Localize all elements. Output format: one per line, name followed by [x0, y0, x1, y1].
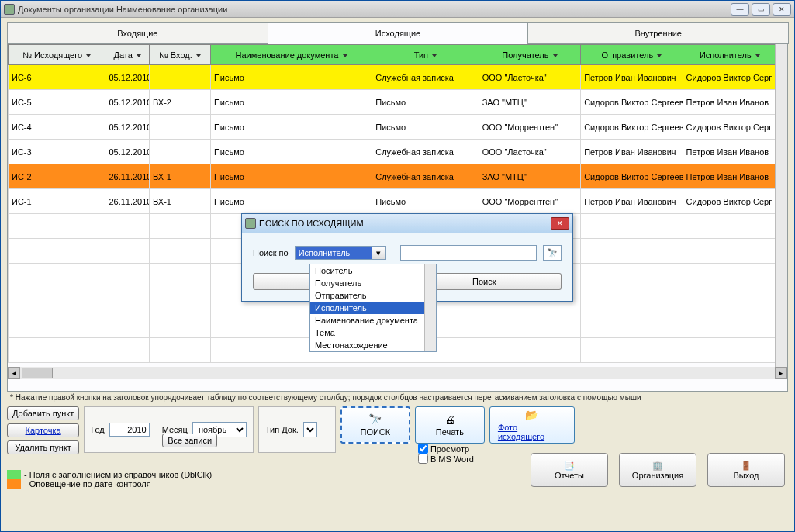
tab-2[interactable]: Внутренние [527, 22, 789, 44]
table-cell: Письмо [372, 189, 479, 214]
table-cell: Петров Иван Иванович [581, 140, 683, 164]
search-button[interactable]: 🔭 ПОИСК [340, 406, 410, 444]
col-header-7[interactable]: Исполнитель [683, 45, 776, 65]
table-cell [683, 313, 776, 338]
table-cell: 26.11.2010 [105, 164, 150, 189]
table-cell: Сидоров Виктор Серг [683, 189, 776, 214]
scroll-thumb[interactable] [22, 368, 53, 378]
table-row[interactable]: ИС-126.11.2010ВХ-1ПисьмоПисьмоООО "Морре… [9, 189, 777, 214]
green-swatch [7, 470, 21, 479]
table-cell: 05.12.2010 [105, 115, 150, 140]
table-cell: ВХ-2 [150, 90, 211, 115]
doctype-box: Тип Док. [258, 406, 336, 453]
print-button[interactable]: 🖨 Печать [415, 406, 485, 444]
dropdown-item[interactable]: Наименование документа [310, 314, 436, 326]
table-cell: Сидоров Виктор Сергееви [581, 90, 683, 115]
table-cell [150, 313, 211, 338]
col-header-1[interactable]: Дата [105, 45, 150, 65]
tab-1[interactable]: Исходящие [268, 22, 529, 44]
col-header-4[interactable]: Тип [372, 45, 479, 65]
word-checkbox[interactable]: В MS Word [418, 454, 485, 464]
table-cell [683, 288, 776, 313]
preview-checkbox[interactable]: Просмотр [418, 444, 485, 454]
search-text-input[interactable] [400, 245, 537, 261]
table-row[interactable]: ИС-226.11.2010ВХ-1ПисьмоСлужебная записк… [9, 164, 777, 189]
table-cell: Петров Иван Иванов [683, 140, 776, 164]
table-row[interactable]: ИС-305.12.2010ПисьмоСлужебная запискаООО… [9, 140, 777, 164]
delete-button[interactable]: Удалить пункт [7, 440, 79, 454]
dropdown-item[interactable]: Тема [310, 326, 436, 339]
scroll-right-button[interactable]: ► [775, 367, 787, 379]
table-row[interactable]: ИС-505.12.2010ВХ-2ПисьмоПисьмоЗАО "МТЦ"С… [9, 90, 777, 115]
search-by-label: Поиск по [253, 248, 289, 257]
folder-icon: 📂 [525, 409, 538, 421]
photo-button[interactable]: 📂 Фото исходящего [489, 406, 575, 444]
table-cell: Письмо [372, 90, 479, 115]
table-row[interactable]: ИС-605.12.2010ПисьмоСлужебная запискаООО… [9, 65, 777, 90]
close-button[interactable]: ✕ [773, 3, 791, 16]
col-header-2[interactable]: № Вход. [150, 45, 211, 65]
table-cell [581, 214, 683, 239]
table-cell [9, 214, 105, 239]
sort-arrow-icon [196, 54, 201, 57]
doctype-select[interactable] [303, 422, 317, 437]
minimize-button[interactable]: — [731, 3, 749, 16]
app-icon [4, 4, 15, 15]
table-cell: Письмо [210, 189, 372, 214]
table-cell: ИС-3 [9, 140, 105, 164]
table-cell [105, 239, 150, 264]
tab-0[interactable]: Входящие [7, 22, 268, 44]
col-header-3[interactable]: Наименование документа [210, 45, 372, 65]
dropdown-arrow-icon[interactable]: ▾ [372, 246, 386, 260]
table-cell [9, 288, 105, 313]
org-icon: 🏢 [652, 461, 663, 471]
card-button[interactable]: Карточка [7, 423, 79, 437]
scroll-left-button[interactable]: ◄ [8, 367, 20, 379]
table-cell: ИС-1 [9, 189, 105, 214]
titlebar: Документы организации Наименование орган… [1, 1, 794, 18]
dropdown-item[interactable]: Исполнитель [310, 302, 436, 314]
search-field-select[interactable]: Исполнитель [295, 246, 372, 260]
table-cell: Служебная записка [372, 164, 479, 189]
dropdown-scrollbar[interactable] [424, 264, 436, 351]
horizontal-scrollbar[interactable]: ◄ ► [8, 367, 787, 379]
table-cell [479, 338, 580, 363]
table-cell [9, 239, 105, 264]
dropdown-item[interactable]: Отправитель [310, 289, 436, 302]
vertical-scrollbar[interactable] [775, 44, 787, 367]
search-field-dropdown[interactable]: НосительПолучательОтправительИсполнитель… [309, 264, 437, 352]
col-header-6[interactable]: Отправитель [581, 45, 683, 65]
col-header-5[interactable]: Получатель [479, 45, 580, 65]
binoculars-icon[interactable]: 🔭 [543, 245, 562, 261]
binoculars-icon: 🔭 [368, 413, 382, 426]
col-header-0[interactable]: № Исходящего [9, 45, 105, 65]
table-cell [150, 140, 211, 164]
dropdown-item[interactable]: Местонахождение [310, 339, 436, 351]
table-cell [105, 214, 150, 239]
table-row[interactable]: ИС-405.12.2010ПисьмоПисьмоООО "Моррентге… [9, 115, 777, 140]
reports-button[interactable]: 📑Отчеты [531, 453, 608, 487]
table-cell: Петров Иван Иванович [581, 65, 683, 90]
organization-button[interactable]: 🏢Организация [619, 453, 696, 487]
add-button[interactable]: Добавить пункт [7, 406, 79, 420]
table-cell [150, 214, 211, 239]
table-cell: Служебная записка [372, 140, 479, 164]
table-cell [9, 264, 105, 288]
sort-arrow-icon [86, 54, 91, 57]
table-cell: ВХ-1 [150, 164, 211, 189]
table-cell: Письмо [372, 115, 479, 140]
table-cell: ИС-5 [9, 90, 105, 115]
app-window: Документы организации Наименование орган… [0, 0, 795, 532]
dropdown-item[interactable]: Носитель [310, 264, 436, 277]
dialog-close-button[interactable]: ✕ [551, 217, 569, 230]
table-cell [9, 313, 105, 338]
table-cell: 05.12.2010 [105, 140, 150, 164]
year-input[interactable] [109, 423, 150, 437]
all-records-button[interactable]: Все записи [162, 434, 217, 447]
exit-button[interactable]: 🚪Выход [707, 453, 785, 487]
table-cell [683, 338, 776, 363]
dropdown-item[interactable]: Получатель [310, 277, 436, 289]
maximize-button[interactable]: ▭ [752, 3, 770, 16]
table-cell [105, 288, 150, 313]
table-cell: Петров Иван Иванов [683, 164, 776, 189]
